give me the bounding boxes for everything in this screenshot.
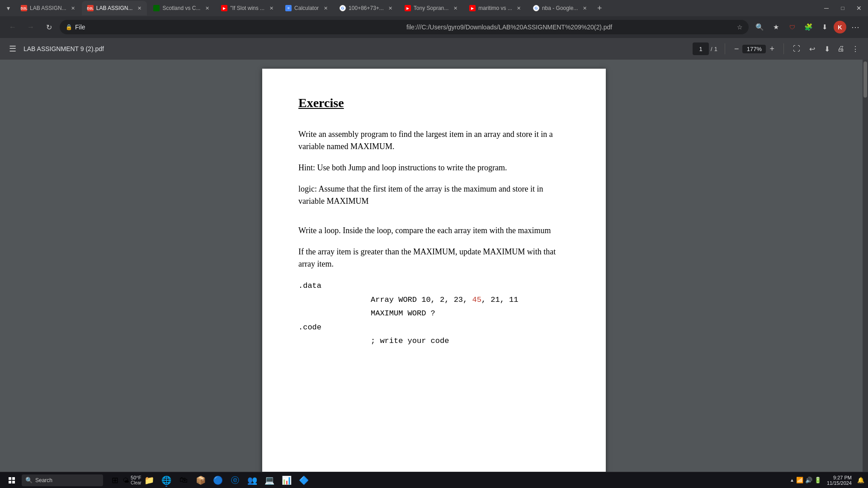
tab-3-label: Scotland vs C... xyxy=(162,5,200,11)
pdf-zoom-controls: − + xyxy=(732,43,776,55)
tab-3-close[interactable]: ✕ xyxy=(203,4,211,12)
tab-9-close[interactable]: ✕ xyxy=(580,4,589,12)
pdf-code-array-suffix: , 21, 11 xyxy=(481,296,519,304)
tab-5-close[interactable]: ✕ xyxy=(321,4,330,12)
tab-5[interactable]: ≡ Calculator ✕ xyxy=(280,1,333,15)
reload-button[interactable]: ↻ xyxy=(42,20,56,34)
taskbar-app-teams[interactable]: 👥 xyxy=(244,473,260,488)
address-bar-row: ← → ↻ 🔒 File file:///C:/Users/gyro9/Down… xyxy=(0,16,868,38)
download-icon[interactable]: ⬇ xyxy=(817,20,832,34)
tab-9-favicon: G xyxy=(533,5,539,11)
pdf-zoom-out-button[interactable]: − xyxy=(732,43,741,55)
powerpoint-icon: 📊 xyxy=(282,475,292,485)
pdf-code-comment: ; write your code xyxy=(298,334,570,348)
pdf-page-separator: / xyxy=(711,46,712,52)
tab-2-close[interactable]: ✕ xyxy=(135,4,143,12)
pdf-more-options-button[interactable]: ⋮ xyxy=(850,43,861,55)
address-bar-lock-icon: 🔒 xyxy=(66,24,72,30)
pdf-code-array-highlight: 45 xyxy=(472,296,481,304)
tab-3[interactable]: Scotland vs C... ✕ xyxy=(148,1,215,15)
tab-expand-button[interactable]: ▾ xyxy=(2,2,14,14)
vs-icon: 🔷 xyxy=(299,475,309,485)
shields-icon[interactable]: 🛡 xyxy=(785,20,799,34)
pdf-zoom-in-button[interactable]: + xyxy=(768,43,776,55)
pdf-code-array-line: Array WORD 10, 2, 23, 45, 21, 11 xyxy=(298,293,570,307)
tab-1-close[interactable]: ✕ xyxy=(69,4,77,12)
battery-icon[interactable]: 🔋 xyxy=(814,477,821,483)
pdf-paragraph-1: Write an assembly program to find the la… xyxy=(298,128,570,153)
tab-4[interactable]: ▶ "If Slot wins ... ✕ xyxy=(216,1,279,15)
taskbar-app-vs[interactable]: 🔷 xyxy=(296,473,312,488)
weather-info: 50°F Clear xyxy=(131,475,142,485)
taskbar-app-ie[interactable]: ⓔ xyxy=(227,473,243,488)
tab-2[interactable]: D2L LAB ASSIGN... ✕ xyxy=(82,1,147,15)
tab-8[interactable]: ▶ maritimo vs ... ✕ xyxy=(464,1,527,15)
tab-7[interactable]: ▶ Tony Sopran... ✕ xyxy=(399,1,463,15)
extensions-icon[interactable]: 🧩 xyxy=(801,20,816,34)
tab-8-favicon: ▶ xyxy=(469,5,476,11)
profile-button[interactable]: K xyxy=(834,21,846,33)
pdf-fit-page-icon[interactable]: ⛶ xyxy=(791,43,802,55)
tab-4-close[interactable]: ✕ xyxy=(267,4,275,12)
chrome-icon: 🔵 xyxy=(213,475,223,485)
taskbar-app-edge[interactable]: 🌐 xyxy=(158,473,175,488)
taskbar-app-vscode[interactable]: 💻 xyxy=(261,473,278,488)
tab-6[interactable]: G 100+86+73+... ✕ xyxy=(334,1,398,15)
taskbar-search-box[interactable]: 🔍 Search xyxy=(22,474,103,486)
store-icon: 🛍 xyxy=(179,475,188,485)
pdf-paragraph-5: If the array item is greater than the MA… xyxy=(298,246,570,270)
new-tab-button[interactable]: + xyxy=(593,2,606,14)
taskbar-app-dropbox[interactable]: 📦 xyxy=(193,473,209,488)
address-bar-url: file:///C:/Users/gyro9/Downloads/LAB%20A… xyxy=(406,23,734,31)
pdf-page-input[interactable] xyxy=(693,42,709,55)
tab-9[interactable]: G nba - Google... ✕ xyxy=(528,1,592,15)
tab-6-favicon: G xyxy=(340,5,346,11)
tab-8-close[interactable]: ✕ xyxy=(515,4,523,12)
taskbar-app-powerpoint[interactable]: 📊 xyxy=(278,473,295,488)
pdf-rotate-icon[interactable]: ↩ xyxy=(807,43,817,55)
tab-1-favicon: D2L xyxy=(21,5,27,11)
volume-icon[interactable]: 🔊 xyxy=(805,477,812,483)
notifications-icon[interactable]: 🔔 xyxy=(857,477,864,483)
tab-7-close[interactable]: ✕ xyxy=(451,4,459,12)
edge-icon: 🌐 xyxy=(161,475,171,485)
tab-1-label: LAB ASSIGN... xyxy=(30,5,66,11)
close-button[interactable]: ✕ xyxy=(852,1,866,15)
settings-icon[interactable]: ⋯ xyxy=(848,20,863,34)
pdf-zoom-input[interactable] xyxy=(742,45,766,53)
forward-button[interactable]: → xyxy=(24,20,38,34)
pdf-scrollbar-thumb[interactable] xyxy=(863,61,867,98)
back-button[interactable]: ← xyxy=(5,20,20,34)
search-icon[interactable]: 🔍 xyxy=(752,20,767,34)
minimize-button[interactable]: ─ xyxy=(819,1,834,15)
pdf-paragraph-4: Write a loop. Inside the loop, compare t… xyxy=(298,225,570,237)
system-tray-expand-icon[interactable]: ▲ xyxy=(790,478,794,483)
pdf-menu-button[interactable]: ☰ xyxy=(7,42,18,56)
pdf-content-area: Exercise Write an assembly program to fi… xyxy=(0,60,868,472)
address-bar[interactable]: 🔒 File file:///C:/Users/gyro9/Downloads/… xyxy=(60,20,749,34)
taskbar-datetime[interactable]: 9:27 PM 11/15/2024 xyxy=(823,475,855,486)
pdf-scrollbar-track[interactable] xyxy=(863,60,868,472)
network-icon[interactable]: 📶 xyxy=(796,477,803,483)
taskbar-weather-widget[interactable]: 🌤 50°F Clear xyxy=(124,473,140,488)
taskbar-app-chrome[interactable]: 🔵 xyxy=(210,473,226,488)
pdf-title: LAB ASSIGNMENT 9 (2).pdf xyxy=(24,45,687,52)
tab-8-label: maritimo vs ... xyxy=(478,5,512,11)
tab-2-label: LAB ASSIGN... xyxy=(96,5,133,11)
pdf-download-button[interactable]: ⬇ xyxy=(822,43,832,55)
taskbar-search-text: Search xyxy=(35,477,52,483)
taskbar-app-store[interactable]: 🛍 xyxy=(175,473,192,488)
windows-logo-icon xyxy=(9,477,15,483)
ie-icon: ⓔ xyxy=(231,475,239,486)
taskbar-app-explorer[interactable]: 📁 xyxy=(141,473,157,488)
pdf-print-button[interactable]: 🖨 xyxy=(835,43,846,55)
tab-1[interactable]: D2L LAB ASSIGN... ✕ xyxy=(15,1,81,15)
tab-7-favicon: ▶ xyxy=(405,5,411,11)
start-button[interactable] xyxy=(4,474,20,487)
maximize-button[interactable]: □ xyxy=(835,1,850,15)
dropbox-icon: 📦 xyxy=(196,475,206,485)
bookmark-star-icon[interactable]: ☆ xyxy=(737,23,743,31)
tab-6-close[interactable]: ✕ xyxy=(387,4,395,12)
pdf-divider-1 xyxy=(725,43,725,54)
favorites-icon[interactable]: ★ xyxy=(769,20,783,34)
